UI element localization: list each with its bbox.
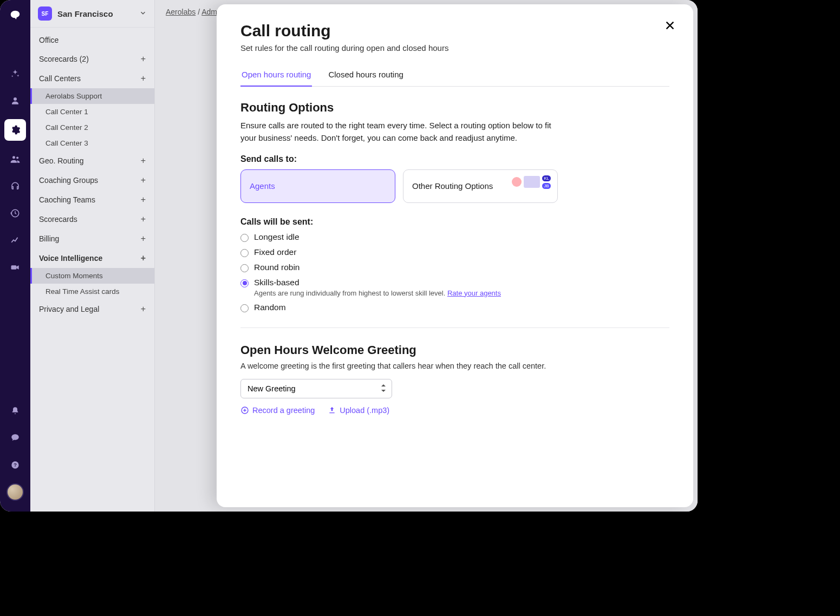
section-heading: Routing Options [240, 101, 669, 115]
sidebar-item-label: Office [39, 36, 58, 44]
routing-option[interactable]: Random [240, 303, 669, 312]
section-heading: Open Hours Welcome Greeting [240, 343, 669, 357]
person-icon[interactable] [6, 92, 24, 109]
main-area: Aerolabs / Admi Call routing Set rules f… [155, 0, 698, 512]
tab-open-hours[interactable]: Open hours routing [240, 64, 312, 87]
routing-radio-group: Longest idleFixed orderRound robinSkills… [240, 232, 669, 312]
radio-icon[interactable] [240, 264, 249, 272]
plus-icon[interactable]: + [141, 214, 146, 224]
plus-icon[interactable]: + [141, 74, 146, 83]
sidebar-item[interactable]: Privacy and Legal+ [30, 299, 154, 319]
svg-text:?: ? [14, 462, 17, 468]
tab-closed-hours[interactable]: Closed hours routing [327, 64, 404, 87]
plus-icon[interactable]: + [141, 195, 146, 205]
greeting-select[interactable]: New Greeting [240, 379, 392, 398]
sidebar-item[interactable]: Office [30, 31, 154, 49]
plus-icon[interactable]: + [141, 304, 146, 314]
svg-point-2 [16, 156, 18, 159]
plus-icon[interactable]: + [141, 156, 146, 166]
sidebar-item[interactable]: Caoching Teams+ [30, 190, 154, 209]
radio-icon[interactable] [240, 279, 249, 287]
calls-sent-label: Calls will be sent: [240, 217, 669, 227]
plus-icon[interactable]: + [141, 253, 146, 263]
video-icon[interactable] [6, 259, 24, 276]
sidebar-item[interactable]: Geo. Routing+ [30, 151, 154, 171]
sparkle-icon[interactable] [6, 65, 24, 82]
svg-point-0 [14, 97, 17, 101]
divider [240, 327, 669, 328]
workspace-badge: SF [38, 6, 52, 21]
team-icon[interactable] [6, 150, 24, 168]
upload-greeting-link[interactable]: Upload (.mp3) [328, 406, 389, 415]
analytics-icon[interactable] [6, 232, 24, 249]
sidebar: SF San Francisco OfficeScorecards (2)+Ca… [30, 0, 155, 512]
rate-agents-link[interactable]: Rate your agents [447, 289, 501, 297]
workspace-switcher[interactable]: SF San Francisco [30, 0, 154, 28]
sidebar-nav: OfficeScorecards (2)+Call Centers+Aerola… [30, 28, 154, 322]
sidebar-item-label: Coaching Groups [39, 176, 98, 185]
sidebar-item-label: Scorecards (2) [39, 55, 89, 63]
chevron-down-icon [139, 9, 147, 18]
sidebar-item[interactable]: Scorecards+ [30, 209, 154, 229]
routing-option[interactable]: Fixed order [240, 247, 669, 257]
sidebar-item[interactable]: Voice Intelligence+ [30, 248, 154, 268]
sidebar-item-label: Caoching Teams [39, 195, 95, 204]
bell-icon[interactable] [6, 402, 24, 420]
sidebar-item-label: Privacy and Legal [39, 305, 99, 313]
plus-icon[interactable]: + [141, 54, 146, 64]
sidebar-item[interactable]: Coaching Groups+ [30, 171, 154, 190]
send-calls-label: Send calls to: [240, 154, 669, 164]
sidebar-subitem[interactable]: Call Center 2 [30, 120, 154, 135]
record-greeting-link[interactable]: Record a greeting [240, 406, 315, 415]
sidebar-subitem[interactable]: Aerolabs Support [30, 88, 154, 104]
routing-option[interactable]: Longest idle [240, 232, 669, 242]
chat-icon[interactable] [6, 429, 24, 447]
headset-icon[interactable] [6, 178, 24, 195]
radio-icon[interactable] [240, 249, 249, 257]
sidebar-subitem[interactable]: Call Center 1 [30, 104, 154, 120]
plus-icon[interactable]: + [141, 175, 146, 185]
history-icon[interactable] [6, 205, 24, 222]
radio-label: Random [254, 303, 286, 312]
sidebar-subitem[interactable]: Call Center 3 [30, 135, 154, 151]
card-illustration: KL JB [512, 175, 551, 189]
sidebar-item-label: Geo. Routing [39, 156, 84, 165]
radio-label: Fixed order [254, 247, 296, 257]
help-icon[interactable]: ? [6, 456, 24, 474]
routing-option[interactable]: Round robin [240, 263, 669, 272]
sidebar-item[interactable]: Call Centers+ [30, 69, 154, 88]
breadcrumb-link[interactable]: Aerolabs [166, 8, 196, 16]
sidebar-item[interactable]: Billing+ [30, 229, 154, 248]
gear-icon[interactable] [4, 119, 26, 141]
sidebar-subitem[interactable]: Custom Moments [30, 268, 154, 284]
sidebar-item-label: Scorecards [39, 215, 77, 224]
section-desc: A welcome greeting is the first greeting… [240, 362, 669, 370]
svg-rect-4 [11, 265, 17, 270]
avatar[interactable] [6, 483, 24, 501]
tabs: Open hours routing Closed hours routing [240, 64, 669, 87]
logo-icon[interactable] [6, 6, 24, 24]
svg-point-1 [12, 156, 15, 159]
panel-subtitle: Set rules for the call routing during op… [240, 43, 669, 53]
radio-label: Round robin [254, 263, 299, 272]
close-icon[interactable] [664, 19, 676, 34]
radio-icon[interactable] [240, 304, 249, 312]
radio-icon[interactable] [240, 234, 249, 242]
workspace-name: San Francisco [57, 9, 134, 18]
sidebar-item-label: Voice Intelligence [39, 254, 102, 263]
routing-option[interactable]: Skills-basedAgents are rung individually… [240, 278, 669, 297]
sidebar-item-label: Call Centers [39, 74, 81, 83]
radio-help-text: Agents are rung individually from highes… [254, 289, 501, 297]
plus-icon[interactable]: + [141, 234, 146, 244]
call-routing-panel: Call routing Set rules for the call rout… [217, 4, 693, 507]
greeting-section: Open Hours Welcome Greeting A welcome gr… [240, 343, 669, 415]
routing-options-section: Routing Options Ensure calls are routed … [240, 101, 669, 312]
card-other-routing[interactable]: Other Routing Options KL JB [403, 169, 558, 203]
sidebar-item-label: Billing [39, 234, 59, 243]
sidebar-subitem[interactable]: Real Time Assist cards [30, 284, 154, 299]
section-desc: Ensure calls are routed to the right tea… [240, 119, 555, 145]
radio-label: Skills-based [254, 278, 501, 287]
nav-rail: ? [0, 0, 30, 512]
sidebar-item[interactable]: Scorecards (2)+ [30, 49, 154, 69]
card-agents[interactable]: Agents [240, 169, 395, 203]
